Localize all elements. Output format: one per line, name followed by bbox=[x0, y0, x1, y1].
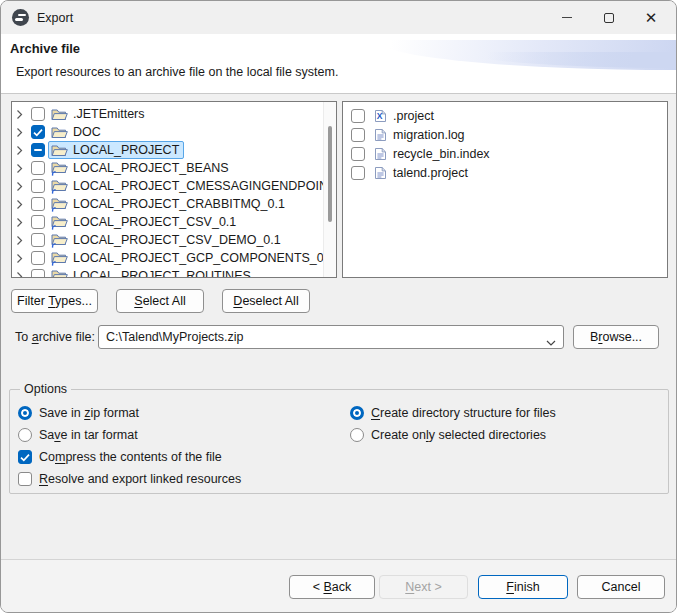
checkbox-doc[interactable] bbox=[31, 125, 45, 139]
radio-save-in-tar-format[interactable]: Save in tar format bbox=[18, 424, 241, 446]
radio-indicator[interactable] bbox=[350, 406, 364, 420]
tree-item-local-project[interactable]: LOCAL_PROJECT bbox=[48, 141, 184, 159]
chevron-right-icon[interactable] bbox=[16, 253, 31, 264]
close-button[interactable]: ✕ bbox=[630, 1, 672, 34]
chevron-right-icon[interactable] bbox=[16, 109, 31, 120]
chevron-right-icon[interactable] bbox=[16, 163, 31, 174]
tree-item-local-project-routines[interactable]: LOCAL_PROJECT_ROUTINES bbox=[48, 267, 256, 279]
checkbox-local-project-csv-demo-0-1[interactable] bbox=[31, 233, 45, 247]
chevron-right-icon[interactable] bbox=[16, 181, 31, 192]
tree-row[interactable]: LOCAL_PROJECT_BEANS bbox=[12, 159, 336, 177]
tree-row[interactable]: LOCAL_PROJECT_ROUTINES bbox=[12, 267, 336, 278]
back-button[interactable]: < Back bbox=[289, 575, 375, 599]
browse-button[interactable]: Browse... bbox=[573, 325, 659, 349]
radio-indicator[interactable] bbox=[350, 428, 364, 442]
options-group: Options Save in zip formatSave in tar fo… bbox=[9, 389, 669, 494]
chevron-right-icon[interactable] bbox=[16, 199, 31, 210]
chevron-right-icon[interactable] bbox=[16, 235, 31, 246]
options-left-column: Save in zip formatSave in tar formatComp… bbox=[18, 402, 241, 490]
title-bar[interactable]: Export ✕ bbox=[1, 1, 676, 34]
minimize-button[interactable] bbox=[546, 1, 588, 34]
radio-create-only-selected-directories[interactable]: Create only selected directories bbox=[350, 424, 556, 446]
app-icon bbox=[12, 9, 29, 26]
tree-row[interactable]: LOCAL_PROJECT_CSV_0.1 bbox=[12, 213, 336, 231]
export-dialog: Export ✕ Archive file Export resources t… bbox=[0, 0, 677, 613]
checkbox-local-project[interactable] bbox=[31, 143, 45, 157]
radio-save-in-zip-format[interactable]: Save in zip format bbox=[18, 402, 241, 424]
finish-button[interactable]: Finish bbox=[478, 575, 568, 599]
resource-tree[interactable]: .JETEmittersDOCLOCAL_PROJECTLOCAL_PROJEC… bbox=[11, 101, 337, 278]
folder-open-icon bbox=[51, 108, 68, 121]
chevron-right-icon[interactable] bbox=[16, 145, 31, 156]
archive-file-value[interactable]: C:\Talend\MyProjects.zip bbox=[106, 330, 244, 344]
checkbox-local-project-cmessagingendpoint-0-1[interactable] bbox=[31, 179, 45, 193]
next-label: Next > bbox=[405, 580, 441, 594]
checkbox-local-project-gcp-components-0-1[interactable] bbox=[31, 251, 45, 265]
tree-item-doc[interactable]: DOC bbox=[48, 123, 106, 141]
file-item-label: migration.log bbox=[393, 128, 465, 142]
options-group-title: Options bbox=[20, 382, 71, 396]
tree-scrollbar[interactable] bbox=[323, 102, 336, 277]
option-label: Save in zip format bbox=[39, 406, 139, 420]
tree-row[interactable]: .JETEmitters bbox=[12, 105, 336, 123]
folder-open-icon bbox=[51, 126, 68, 139]
checkbox-migration-log[interactable] bbox=[351, 128, 365, 142]
file-item-label: recycle_bin.index bbox=[393, 147, 490, 161]
cancel-button[interactable]: Cancel bbox=[577, 575, 665, 599]
tree-item-local-project-cmessagingendpoint-0-1[interactable]: LOCAL_PROJECT_CMESSAGINGENDPOINT_0.1 bbox=[48, 177, 337, 196]
list-item[interactable]: X.project bbox=[343, 106, 667, 125]
tree-item-local-project-gcp-components-0-1[interactable]: LOCAL_PROJECT_GCP_COMPONENTS_0.1 bbox=[48, 249, 337, 268]
checkbox-project[interactable] bbox=[351, 109, 365, 123]
checkbox-recycle-bin-index[interactable] bbox=[351, 147, 365, 161]
tree-row[interactable]: DOC bbox=[12, 123, 336, 141]
finish-label: Finish bbox=[506, 580, 539, 594]
list-item[interactable]: migration.log bbox=[343, 125, 667, 144]
checkbox-indicator[interactable] bbox=[18, 450, 32, 464]
tree-item-local-project-csv-0-1[interactable]: LOCAL_PROJECT_CSV_0.1 bbox=[48, 213, 241, 232]
file-item-label: .project bbox=[393, 109, 434, 123]
file-list[interactable]: X.projectmigration.logrecycle_bin.indext… bbox=[342, 101, 668, 278]
deselect-all-button[interactable]: Deselect All bbox=[222, 289, 310, 313]
radio-create-directory-structure-for-files[interactable]: Create directory structure for files bbox=[350, 402, 556, 424]
filter-types-button[interactable]: Filter Types... bbox=[11, 289, 98, 313]
archive-file-label: To archive file: bbox=[15, 330, 95, 344]
select-all-button[interactable]: Select All bbox=[116, 289, 204, 313]
option-label: Compress the contents of the file bbox=[39, 450, 222, 464]
tree-row[interactable]: LOCAL_PROJECT_CRABBITMQ_0.1 bbox=[12, 195, 336, 213]
checkbox-talend-project[interactable] bbox=[351, 166, 365, 180]
tree-item-local-project-crabbitmq-0-1[interactable]: LOCAL_PROJECT_CRABBITMQ_0.1 bbox=[48, 195, 290, 214]
tree-item-local-project-csv-demo-0-1[interactable]: LOCAL_PROJECT_CSV_DEMO_0.1 bbox=[48, 231, 286, 250]
checkbox-local-project-beans[interactable] bbox=[31, 161, 45, 175]
scrollbar-thumb[interactable] bbox=[328, 126, 332, 222]
tree-row[interactable]: LOCAL_PROJECT_CSV_DEMO_0.1 bbox=[12, 231, 336, 249]
maximize-button[interactable] bbox=[588, 1, 630, 34]
checkbox-indicator[interactable] bbox=[18, 472, 32, 486]
tree-item-local-project-beans[interactable]: LOCAL_PROJECT_BEANS bbox=[48, 159, 234, 178]
tree-row[interactable]: LOCAL_PROJECT_CMESSAGINGENDPOINT_0.1 bbox=[12, 177, 336, 195]
chevron-right-icon[interactable] bbox=[16, 271, 31, 279]
tree-row[interactable]: LOCAL_PROJECT_GCP_COMPONENTS_0.1 bbox=[12, 249, 336, 267]
chevron-right-icon[interactable] bbox=[16, 217, 31, 228]
maximize-icon bbox=[604, 13, 614, 23]
checkbox-local-project-crabbitmq-0-1[interactable] bbox=[31, 197, 45, 211]
checkbox-local-project-csv-0-1[interactable] bbox=[31, 215, 45, 229]
checkbox-resolve-and-export-linked-resources[interactable]: Resolve and export linked resources bbox=[18, 468, 241, 490]
project-folder-icon bbox=[51, 233, 68, 248]
list-item[interactable]: talend.project bbox=[343, 163, 667, 182]
radio-indicator[interactable] bbox=[18, 406, 32, 420]
browse-label: Browse... bbox=[590, 330, 642, 344]
chevron-right-icon[interactable] bbox=[16, 127, 31, 138]
next-button[interactable]: Next > bbox=[379, 575, 468, 599]
chevron-down-icon[interactable] bbox=[546, 335, 556, 349]
page-title: Archive file bbox=[10, 41, 80, 56]
tree-row[interactable]: LOCAL_PROJECT bbox=[12, 141, 336, 159]
tree-item-jetemitters[interactable]: .JETEmitters bbox=[48, 105, 150, 123]
checkbox-compress-the-contents-of-the-file[interactable]: Compress the contents of the file bbox=[18, 446, 241, 468]
radio-indicator[interactable] bbox=[18, 428, 32, 442]
list-item[interactable]: recycle_bin.index bbox=[343, 144, 667, 163]
checkbox-local-project-routines[interactable] bbox=[31, 269, 45, 278]
project-folder-icon bbox=[51, 179, 68, 194]
checkbox-jetemitters[interactable] bbox=[31, 107, 45, 121]
archive-file-combobox[interactable]: C:\Talend\MyProjects.zip bbox=[98, 325, 564, 349]
project-folder-icon bbox=[51, 161, 68, 176]
